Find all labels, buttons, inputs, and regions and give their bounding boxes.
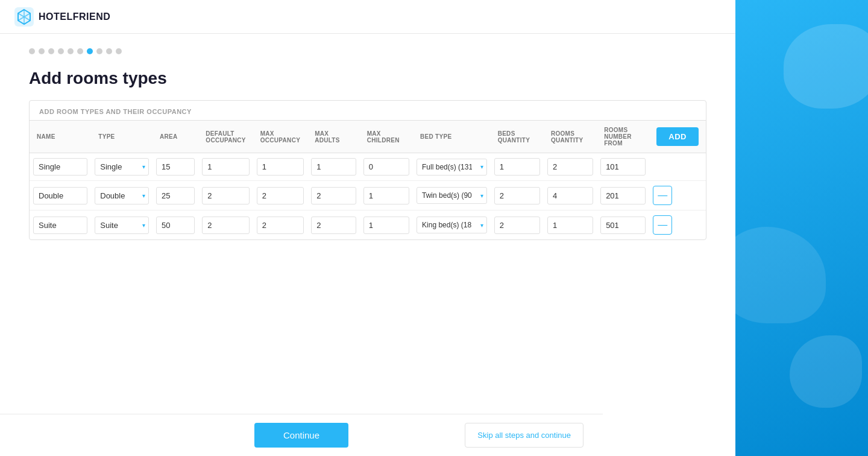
select-bed-type-0[interactable]: Full bed(s) (131	[417, 159, 487, 176]
input-max-adults-1[interactable]	[311, 187, 356, 204]
progress-dot-2	[48, 48, 54, 54]
skip-link-container: Skip all steps and continue	[465, 414, 603, 456]
cell-action-1: —	[649, 181, 706, 211]
remove-row-button-1[interactable]: —	[653, 186, 672, 205]
select-bed-type-2[interactable]: King bed(s) (181	[417, 217, 487, 233]
input-rooms-num-0[interactable]	[600, 158, 646, 176]
input-name-1[interactable]	[33, 187, 87, 204]
progress-dot-0	[29, 48, 35, 54]
add-room-type-button[interactable]: ADD	[656, 127, 699, 146]
table-row: Single Double Suite ▾ King bed(s) (	[30, 211, 706, 240]
col-header-default-occupancy: DEFAULTOCCUPANCY	[198, 121, 253, 153]
col-header-rooms-quantity: ROOMS QUANTITY	[544, 121, 597, 153]
col-header-max-adults: MAX ADULTS	[307, 121, 360, 153]
skip-all-steps-button[interactable]: Skip all steps and continue	[465, 423, 583, 448]
input-max-adults-0[interactable]	[311, 158, 356, 176]
progress-dot-7	[96, 48, 102, 54]
app-name: HOTELFRIEND	[39, 11, 110, 22]
cell-name-1	[30, 181, 91, 211]
cell-rooms-num-2	[597, 211, 649, 240]
col-header-bed-type: BED TYPE	[413, 121, 491, 153]
select-type-0[interactable]: Single Double Suite	[95, 158, 149, 176]
input-area-2[interactable]	[156, 217, 195, 234]
input-area-1[interactable]	[156, 187, 195, 204]
input-name-2[interactable]	[33, 217, 87, 234]
cell-type-0: Single Double Suite ▾	[91, 153, 153, 181]
input-default-occ-0[interactable]	[202, 158, 249, 176]
input-beds-qty-0[interactable]	[494, 158, 540, 176]
table-subtitle: ADD ROOM TYPES AND THEIR OCCUPANCY	[30, 101, 706, 120]
progress-dot-8	[106, 48, 112, 54]
cell-max-adults-2	[307, 211, 360, 240]
cell-bed-type-0: Full bed(s) (131 ▾	[413, 153, 491, 181]
col-header-action: ADD	[649, 121, 706, 153]
table-header-row: NAME TYPE AREA DEFAULTOCCUPANCY MAX OCCU…	[30, 121, 706, 153]
cell-max-adults-0	[307, 153, 360, 181]
input-default-occ-2[interactable]	[202, 217, 249, 234]
cell-max-occ-2	[253, 211, 307, 240]
header: HOTELFRIEND	[0, 0, 735, 34]
table-row: Single Double Suite ▾ Twin bed(s) (	[30, 181, 706, 211]
continue-button[interactable]: Continue	[254, 423, 348, 448]
progress-dot-9	[116, 48, 122, 54]
cell-action-0	[649, 153, 706, 181]
select-type-2[interactable]: Single Double Suite	[95, 217, 149, 234]
cell-rooms-qty-2	[544, 211, 597, 240]
cell-type-2: Single Double Suite ▾	[91, 211, 153, 240]
cell-rooms-num-1	[597, 181, 649, 211]
input-rooms-num-2[interactable]	[600, 217, 646, 234]
cell-rooms-qty-0	[544, 153, 597, 181]
table-row: Single Double Suite ▾ Full bed(s) (	[30, 153, 706, 181]
input-rooms-qty-0[interactable]	[547, 158, 593, 176]
cell-max-children-0	[360, 153, 413, 181]
input-rooms-num-1[interactable]	[600, 187, 646, 204]
remove-row-button-2[interactable]: —	[653, 215, 672, 235]
cell-default-occ-0	[198, 153, 253, 181]
col-header-beds-quantity: BEDS QUANTITY	[491, 121, 544, 153]
progress-indicator	[0, 34, 735, 64]
input-max-children-1[interactable]	[363, 187, 409, 204]
input-beds-qty-2[interactable]	[494, 217, 540, 234]
progress-dot-1	[39, 48, 45, 54]
page-title: Add rooms types	[0, 64, 735, 100]
cell-max-children-2	[360, 211, 413, 240]
cell-beds-qty-1	[491, 181, 544, 211]
cell-action-2: —	[649, 211, 706, 240]
logo-icon	[14, 7, 34, 27]
cell-rooms-qty-1	[544, 181, 597, 211]
col-header-max-occupancy: MAX OCCUPANCY	[253, 121, 307, 153]
input-max-children-0[interactable]	[363, 158, 409, 176]
cell-type-1: Single Double Suite ▾	[91, 181, 153, 211]
progress-dot-5	[77, 48, 83, 54]
input-max-children-2[interactable]	[363, 217, 409, 234]
col-header-rooms-number-from: ROOMS NUMBER FROM	[597, 121, 649, 153]
col-header-type: TYPE	[91, 121, 153, 153]
progress-dot-6	[87, 48, 93, 54]
cell-beds-qty-2	[491, 211, 544, 240]
input-rooms-qty-1[interactable]	[547, 187, 593, 204]
input-beds-qty-1[interactable]	[494, 187, 540, 204]
input-name-0[interactable]	[33, 158, 87, 176]
input-max-occ-1[interactable]	[257, 187, 304, 204]
cell-area-1	[153, 181, 198, 211]
select-bed-type-1[interactable]: Twin bed(s) (90	[417, 187, 487, 204]
cell-area-2	[153, 211, 198, 240]
select-type-1[interactable]: Single Double Suite	[95, 187, 149, 204]
cell-max-occ-0	[253, 153, 307, 181]
cell-bed-type-1: Twin bed(s) (90 ▾	[413, 181, 491, 211]
room-types-table: NAME TYPE AREA DEFAULTOCCUPANCY MAX OCCU…	[30, 120, 706, 239]
cell-name-0	[30, 153, 91, 181]
decorative-blob	[735, 227, 826, 323]
col-header-name: NAME	[30, 121, 91, 153]
input-max-adults-2[interactable]	[311, 217, 356, 234]
input-default-occ-1[interactable]	[202, 187, 249, 204]
cell-max-occ-1	[253, 181, 307, 211]
cell-default-occ-1	[198, 181, 253, 211]
input-area-0[interactable]	[156, 158, 195, 176]
input-rooms-qty-2[interactable]	[547, 217, 593, 234]
cell-max-children-1	[360, 181, 413, 211]
input-max-occ-2[interactable]	[257, 217, 304, 234]
input-max-occ-0[interactable]	[257, 158, 304, 176]
cell-bed-type-2: King bed(s) (181 ▾	[413, 211, 491, 240]
cell-default-occ-2	[198, 211, 253, 240]
